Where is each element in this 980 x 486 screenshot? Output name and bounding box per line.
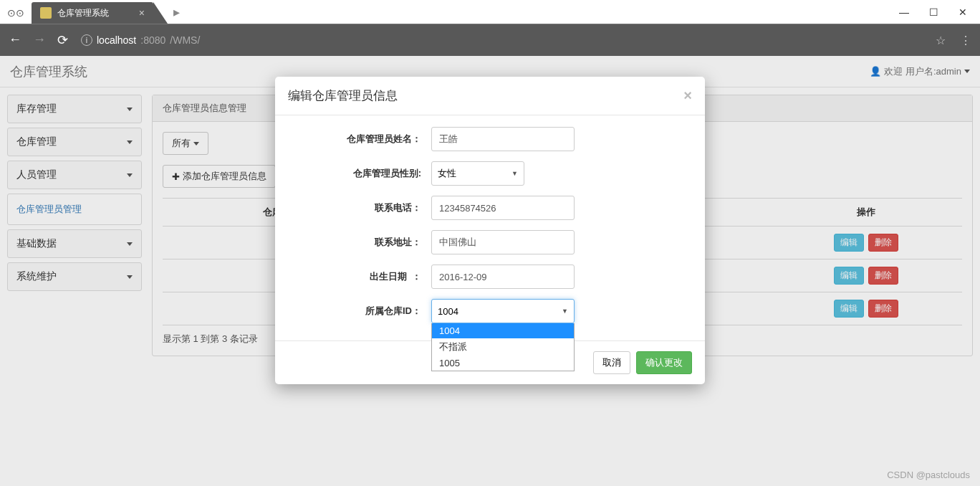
name-input[interactable]: [431, 127, 575, 151]
birth-input[interactable]: [431, 265, 575, 289]
star-icon[interactable]: ☆: [936, 34, 946, 47]
close-icon[interactable]: ×: [683, 87, 692, 104]
label-phone: 联系电话：: [288, 201, 431, 214]
maximize-icon[interactable]: ☐: [929, 6, 938, 18]
modal-title: 编辑仓库管理员信息: [288, 87, 398, 104]
label-address: 联系地址：: [288, 236, 431, 249]
tab-close-icon[interactable]: ×: [139, 7, 145, 19]
forward-icon: →: [33, 32, 46, 48]
address-bar-row: ← → ⟳ i localhost:8080/WMS/ ☆ ⋮: [0, 24, 980, 56]
tab-profile-icon[interactable]: ⊙⊙: [0, 2, 32, 24]
window-controls: — ☐ ✕: [899, 1, 980, 23]
tab-shape: [153, 2, 168, 24]
tab-title: 仓库管理系统: [57, 7, 109, 19]
repo-option[interactable]: 1005: [432, 356, 574, 371]
phone-input[interactable]: [431, 196, 575, 220]
repo-dropdown-list: 1004 不指派 1005: [431, 323, 575, 371]
label-repo: 所属仓库ID：: [288, 305, 431, 318]
confirm-button[interactable]: 确认更改: [636, 351, 692, 374]
menu-icon[interactable]: ⋮: [960, 34, 971, 47]
edit-admin-modal: 编辑仓库管理员信息 × 仓库管理员姓名： 仓库管理员性别: 女性▼ 联系电话： …: [275, 77, 705, 384]
label-birth: 出生日期 ：: [288, 270, 431, 283]
nav-controls: ← → ⟳: [9, 32, 68, 48]
chevron-down-icon: ▼: [511, 170, 518, 177]
reload-icon[interactable]: ⟳: [57, 32, 68, 48]
repo-option[interactable]: 不指派: [432, 338, 574, 356]
label-name: 仓库管理员姓名：: [288, 133, 431, 146]
cancel-button[interactable]: 取消: [593, 351, 630, 374]
tab-strip: ⊙⊙ 仓库管理系统 × ▸ — ☐ ✕: [0, 0, 980, 24]
new-tab-button[interactable]: ▸: [173, 4, 188, 20]
address-bar[interactable]: i localhost:8080/WMS/: [81, 34, 200, 46]
repo-select[interactable]: 1004▼ 1004 不指派 1005: [431, 299, 575, 323]
label-gender: 仓库管理员性别:: [288, 167, 431, 180]
url-path: /WMS/: [170, 34, 200, 46]
favicon-icon: [40, 7, 52, 19]
gender-select[interactable]: 女性▼: [431, 161, 524, 186]
url-port: :8080: [140, 34, 165, 46]
watermark: CSDN @pastclouds: [887, 470, 970, 480]
repo-option[interactable]: 1004: [432, 323, 574, 338]
site-info-icon[interactable]: i: [81, 34, 92, 46]
close-window-icon[interactable]: ✕: [959, 6, 967, 18]
address-input[interactable]: [431, 230, 575, 254]
back-icon[interactable]: ←: [9, 32, 21, 48]
browser-chrome: ⊙⊙ 仓库管理系统 × ▸ — ☐ ✕ ← → ⟳ i localhost:80…: [0, 0, 980, 56]
browser-tab[interactable]: 仓库管理系统 ×: [32, 2, 153, 24]
chevron-down-icon: ▼: [562, 308, 568, 315]
minimize-icon[interactable]: —: [899, 6, 909, 18]
url-host: localhost: [97, 34, 136, 46]
